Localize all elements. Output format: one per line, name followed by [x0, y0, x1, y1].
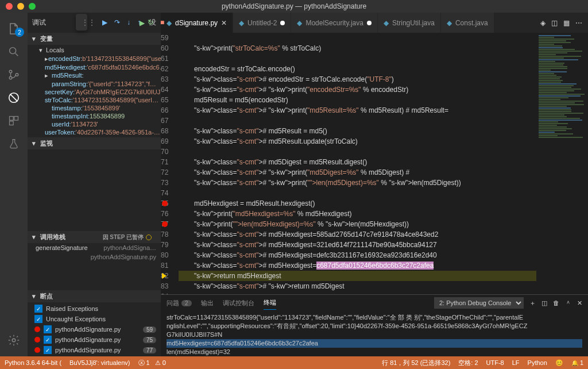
explorer-icon[interactable]: 2: [0, 17, 28, 40]
variables-section[interactable]: ▾变量: [28, 33, 161, 45]
close-tab-icon[interactable]: ✕: [221, 19, 227, 27]
callstack-frame[interactable]: pythonAddSignature.py: [28, 252, 161, 262]
explorer-badge: 2: [15, 28, 24, 37]
dirty-indicator-icon: [280, 21, 285, 25]
variable-row[interactable]: timestampInt: 1553845899: [28, 112, 161, 120]
variable-row[interactable]: ▸md5Result:: [28, 71, 161, 80]
svg-rect-5: [10, 117, 14, 121]
svg-point-1: [9, 70, 12, 73]
editor-tab[interactable]: ◆Untitled-2: [233, 13, 291, 33]
feedback-icon[interactable]: 😊: [555, 359, 563, 367]
status-bar: Python 3.6.4 64-bit ( BuV5JJj8': virtual…: [0, 356, 588, 369]
locals-scope[interactable]: ▾Locals: [28, 46, 161, 55]
notifications-icon[interactable]: 1: [571, 359, 583, 366]
callstack-section[interactable]: ▾调用堆栈 因 STEP 已暂停: [28, 231, 161, 243]
uncaught-exceptions-checkbox[interactable]: ✓Uncaught Exceptions: [28, 314, 161, 324]
test-icon[interactable]: [0, 132, 28, 155]
eol-status[interactable]: LF: [512, 359, 520, 366]
editor-tabs: ◆dSignature.py✕◆Untitled-2◆ModelSecurity…: [161, 13, 535, 33]
editor-actions: ◈ ◫ ▦ ⋯: [535, 13, 588, 33]
editor-tab[interactable]: ◆ModelSecurity.java: [291, 13, 378, 33]
code-editor[interactable]: 5960616263646566676869707172737475767778…: [161, 33, 536, 294]
minimap[interactable]: [536, 33, 588, 294]
svg-point-8: [12, 339, 16, 342]
split-icon[interactable]: ◫: [551, 19, 558, 27]
search-icon[interactable]: [0, 40, 28, 63]
indentation-status[interactable]: 空格: 2: [458, 359, 478, 367]
raised-exceptions-checkbox[interactable]: ✓Raised Exceptions: [28, 303, 161, 314]
pause-indicator-icon: [146, 235, 152, 240]
debug-icon[interactable]: [0, 86, 28, 109]
editor-tab[interactable]: ◆StringUtil.java: [378, 13, 441, 33]
variable-row[interactable]: secretKey: 'AyGt7ohMR!gECZG7kiIU0IUJ…: [28, 88, 161, 96]
variable-row[interactable]: userToken: '40d2267f-359e-4526-951a-…: [28, 128, 161, 136]
encoding-status[interactable]: UTF-8: [486, 359, 504, 366]
maximize-window[interactable]: [29, 3, 36, 10]
stop-icon[interactable]: ■: [161, 18, 164, 26]
editor-tab[interactable]: ◆dSignature.py✕: [161, 13, 233, 33]
problems-status[interactable]: ⓧ 1 ⚠ 0: [138, 359, 166, 367]
kill-terminal-icon[interactable]: 🗑: [553, 299, 559, 306]
close-window[interactable]: [6, 3, 13, 10]
editor-tab[interactable]: ◆Const.java: [441, 13, 494, 33]
close-panel-icon[interactable]: ✕: [577, 299, 582, 307]
scm-icon[interactable]: [0, 63, 28, 86]
variable-row[interactable]: strToCalc: '11347231553845899{"userI…: [28, 96, 161, 104]
breakpoints-section[interactable]: ▾断点: [28, 290, 161, 302]
variable-row[interactable]: md5Hexdigest: 'c687d5dfa015246e6bdc6…: [28, 63, 161, 71]
svg-point-3: [16, 74, 18, 76]
terminal-selector[interactable]: 2: Python Debug Console: [434, 297, 524, 309]
svg-rect-6: [14, 117, 18, 121]
debug-sidebar: 调试 ▶ 没 ▾变量 ▾Locals ▸encodedStr: b'113472…: [28, 13, 161, 356]
activity-bar: 2: [0, 13, 28, 356]
variable-row[interactable]: paramString: '{"userId":"1134723","f…: [28, 80, 161, 88]
settings-gear-icon[interactable]: [0, 329, 28, 352]
compare-icon[interactable]: ◈: [540, 19, 546, 27]
variable-row[interactable]: userId: '1134723': [28, 120, 161, 128]
virtualenv-status[interactable]: BuV5JJj8': virtualenv): [69, 359, 130, 366]
breakpoint-item[interactable]: ✓pythonAddSignature.py75: [28, 335, 161, 345]
svg-rect-7: [10, 121, 14, 125]
dirty-indicator-icon: [367, 21, 372, 25]
extensions-icon[interactable]: [0, 109, 28, 132]
watch-section[interactable]: ▾监视: [28, 137, 161, 149]
split-terminal-icon[interactable]: ◫: [541, 299, 547, 307]
variable-row[interactable]: ▸encodedStr: b'11347231553845899{"use…: [28, 55, 161, 63]
traffic-lights: [0, 3, 36, 10]
cursor-position[interactable]: 行 81，列 52 (已选择32): [382, 359, 450, 367]
language-status[interactable]: Python: [528, 359, 547, 366]
title-bar: pythonAddSignature.py — pythonAddSignatu…: [0, 0, 588, 13]
new-terminal-icon[interactable]: ＋: [529, 299, 536, 308]
breakpoint-item[interactable]: ✓pythonAddSignature.py59: [28, 324, 161, 335]
svg-point-0: [10, 48, 16, 54]
minimize-window[interactable]: [17, 3, 24, 10]
more-icon[interactable]: ⋯: [575, 19, 582, 27]
callstack-frame[interactable]: generateSignaturepythonAddSigna…: [28, 243, 161, 252]
python-interpreter[interactable]: Python 3.6.4 64-bit (: [5, 359, 61, 366]
svg-point-2: [9, 76, 12, 79]
terminal-output[interactable]: strToCalc=11347231553845899{"userId":"11…: [161, 311, 588, 356]
terminal-tab[interactable]: 终端: [264, 296, 276, 310]
problems-tab[interactable]: 问题2: [167, 297, 192, 310]
layout-icon[interactable]: ▦: [563, 19, 570, 27]
variable-row[interactable]: timestamp: '1553845899': [28, 104, 161, 112]
debug-console-tab[interactable]: 调试控制台: [223, 297, 254, 310]
debug-title: 调试: [32, 18, 46, 28]
editor-area: ⋮⋮ ▶ ↷ ↓ ↑ ↻ ■ ◆dSignature.py✕◆Untitled-…: [161, 13, 588, 356]
breakpoint-item[interactable]: ✓pythonAddSignature.py77: [28, 345, 161, 355]
output-tab[interactable]: 输出: [201, 297, 214, 310]
maximize-panel-icon[interactable]: ＾: [565, 299, 571, 308]
bottom-panel: 问题2 输出 调试控制台 终端 2: Python Debug Console …: [161, 294, 588, 356]
window-title: pythonAddSignature.py — pythonAddSignatu…: [222, 2, 366, 10]
